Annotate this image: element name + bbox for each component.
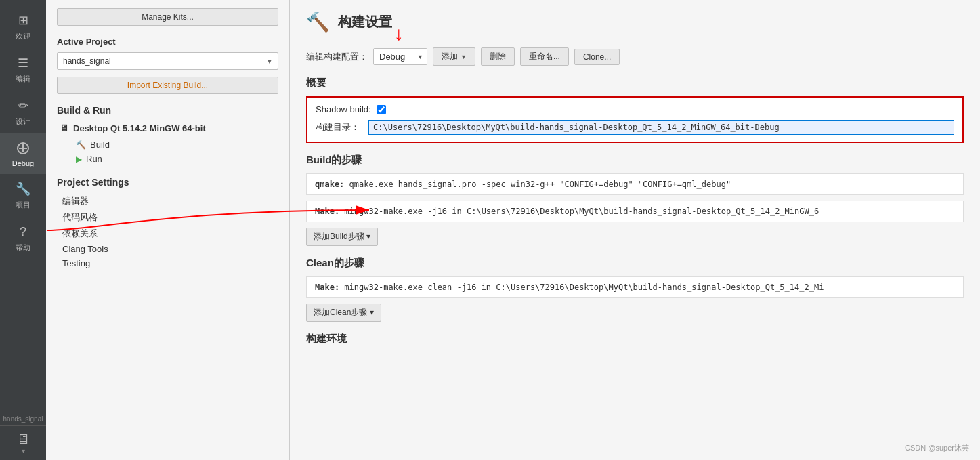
make-step-text: mingw32-make.exe -j16 in C:\Users\72916\… — [344, 207, 819, 216]
main-content: 🔨 构建设置 编辑构建配置： Debug ▼ 添加 ▼ 删除 重命名... Cl… — [290, 0, 980, 460]
nav-monitor-arrow: ▾ — [22, 447, 25, 455]
middle-panel: Manage Kits... Active Project hands_sign… — [46, 0, 290, 460]
config-select[interactable]: Debug — [373, 48, 427, 65]
settings-item-editor[interactable]: 编辑器 — [57, 193, 278, 209]
clean-make-step-box: Make: mingw32-make.exe clean -j16 in C:\… — [306, 276, 964, 298]
kit-item: 🖥 Desktop Qt 5.14.2 MinGW 64-bit — [57, 123, 278, 133]
grid-icon: ⊞ — [15, 12, 31, 28]
nav-label-help: 帮助 — [16, 243, 30, 253]
page-header: 🔨 构建设置 — [306, 11, 964, 39]
shadow-build-label: Shadow build: — [316, 104, 371, 114]
add-config-button[interactable]: 添加 ▼ — [433, 47, 475, 66]
manage-kits-button[interactable]: Manage Kits... — [57, 8, 278, 26]
build-dir-label: 构建目录： — [316, 121, 363, 133]
build-hammer-icon: 🔨 — [306, 11, 330, 33]
add-label: 添加 — [442, 51, 458, 62]
settings-item-dependencies[interactable]: 依赖关系 — [57, 226, 278, 242]
help-icon: ? — [15, 224, 31, 240]
qmake-step-box: qmake: qmake.exe hands_signal.pro -spec … — [306, 173, 964, 195]
add-build-step-button[interactable]: 添加Build步骤 ▾ — [306, 228, 378, 246]
import-existing-build-button[interactable]: Import Existing Build... — [57, 77, 278, 94]
config-select-wrapper: Debug ▼ — [373, 48, 427, 65]
config-row: 编辑构建配置： Debug ▼ 添加 ▼ 删除 重命名... Clone... … — [306, 47, 964, 66]
shadow-build-row: Shadow build: — [316, 104, 954, 114]
nav-item-edit[interactable]: ☰ 编辑 — [0, 48, 46, 91]
clean-make-step-text: mingw32-make.exe clean -j16 in C:\Users\… — [344, 283, 824, 292]
wrench-icon: 🔧 — [15, 181, 31, 197]
overview-heading: 概要 — [306, 77, 964, 89]
settings-item-testing[interactable]: Testing — [57, 256, 278, 270]
rename-config-button[interactable]: 重命名... — [520, 47, 569, 66]
clone-config-button[interactable]: Clone... — [574, 49, 620, 65]
nav-label-design: 设计 — [16, 117, 30, 127]
nav-label-project: 项目 — [16, 200, 30, 210]
run-sub-item[interactable]: ▶ Run — [57, 152, 278, 166]
project-select-wrapper: hands_signal ▼ — [57, 52, 278, 70]
run-play-icon: ▶ — [76, 154, 82, 164]
clean-steps-title: Clean的步骤 — [306, 257, 964, 270]
nav-item-welcome[interactable]: ⊞ 欢迎 — [0, 5, 46, 48]
add-btn-arrow-icon: ▼ — [461, 54, 467, 60]
highlight-box: Shadow build: 构建目录： — [306, 96, 964, 143]
build-dir-row: 构建目录： — [316, 120, 954, 135]
nav-item-debug[interactable]: Debug — [0, 133, 46, 174]
nav-project-name: hands_signal — [0, 413, 46, 425]
settings-item-codestyle[interactable]: 代码风格 — [57, 209, 278, 226]
build-label: Build — [90, 140, 110, 150]
monitor-small-icon: 🖥 — [60, 123, 69, 133]
nav-bottom: hands_signal 🖥 ▾ — [0, 413, 46, 460]
nav-item-project[interactable]: 🔧 项目 — [0, 174, 46, 217]
project-select[interactable]: hands_signal — [57, 52, 278, 70]
nav-item-help[interactable]: ? 帮助 — [0, 217, 46, 259]
design-icon: ✏ — [15, 98, 31, 114]
monitor-icon: 🖥 — [16, 432, 30, 447]
add-clean-step-button[interactable]: 添加Clean步骤 ▾ — [306, 304, 381, 322]
config-label: 编辑构建配置： — [306, 51, 368, 63]
nav-label-edit: 编辑 — [16, 74, 30, 84]
page-title: 构建设置 — [338, 13, 392, 31]
active-project-label: Active Project — [57, 37, 278, 47]
hammer-small-icon: 🔨 — [76, 140, 86, 150]
shadow-build-checkbox[interactable] — [377, 105, 386, 114]
kit-name: Desktop Qt 5.14.2 MinGW 64-bit — [73, 123, 206, 133]
nav-monitor[interactable]: 🖥 ▾ — [0, 425, 46, 460]
build-steps-title: Build的步骤 — [306, 154, 964, 167]
nav-label-welcome: 欢迎 — [16, 31, 30, 41]
delete-config-button[interactable]: 删除 — [481, 47, 515, 66]
nav-item-design[interactable]: ✏ 设计 — [0, 91, 46, 133]
nav-bar: ⊞ 欢迎 ☰ 编辑 ✏ 设计 Debug 🔧 项目 ? 帮助 hands_sig… — [0, 0, 46, 460]
build-dir-input[interactable] — [368, 120, 954, 135]
build-sub-item[interactable]: 🔨 Build — [57, 138, 278, 152]
watermark: CSDN @super沐芸 — [905, 443, 969, 453]
build-run-title: Build & Run — [57, 105, 278, 116]
project-settings-title: Project Settings — [57, 177, 278, 188]
qmake-step-text: qmake.exe hands_signal.pro -spec win32-g… — [349, 180, 731, 189]
edit-icon: ☰ — [15, 55, 31, 71]
settings-item-clangtools[interactable]: Clang Tools — [57, 242, 278, 256]
build-env-heading: 构建环境 — [306, 333, 964, 346]
run-label: Run — [86, 154, 102, 164]
make-step-box: Make: mingw32-make.exe -j16 in C:\Users\… — [306, 201, 964, 222]
debug-icon — [15, 140, 31, 156]
nav-label-debug: Debug — [12, 159, 34, 167]
